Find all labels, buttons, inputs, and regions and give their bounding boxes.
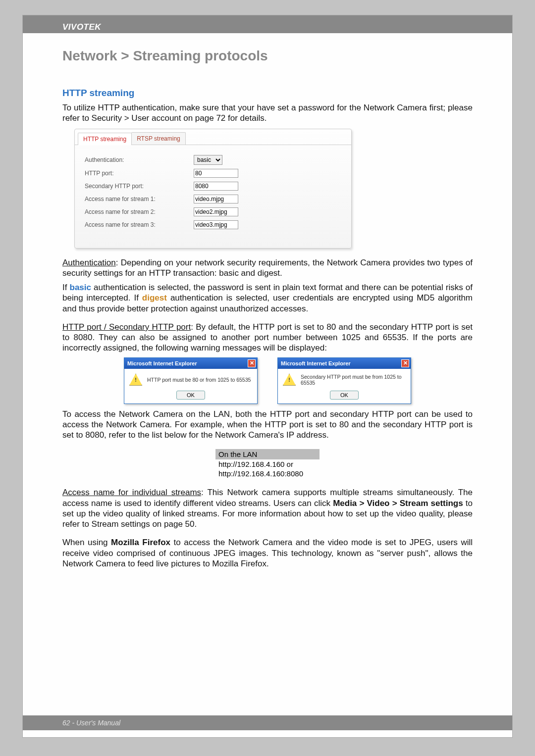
warning-icon: ! <box>129 374 142 386</box>
form-body: Authentication: basic HTTP port: Seconda… <box>75 145 351 248</box>
ports-underline: HTTP port / Secondary HTTP port <box>62 322 191 332</box>
secondary-port-input[interactable] <box>194 182 238 191</box>
dialog-row: Microsoft Internet Explorer ✕ ! HTTP por… <box>62 357 473 404</box>
dialog-http-port: Microsoft Internet Explorer ✕ ! HTTP por… <box>124 357 258 404</box>
stream3-label: Access name for stream 3: <box>85 221 194 228</box>
auth-label: Authentication: <box>85 156 194 163</box>
stream1-input[interactable] <box>194 195 238 203</box>
auth-paragraph-2: If basic authentication is selected, the… <box>62 282 473 314</box>
close-icon[interactable]: ✕ <box>401 359 409 367</box>
dialog-secondary-port: Microsoft Internet Explorer ✕ ! Secondar… <box>277 357 411 404</box>
auth-select[interactable]: basic <box>194 155 222 165</box>
page-title: Network > Streaming protocols <box>62 48 473 64</box>
ok-button[interactable]: OK <box>330 391 359 400</box>
section-heading: HTTP streaming <box>62 88 473 99</box>
brand-logo: VIVOTEK <box>23 22 101 32</box>
stream2-label: Access name for stream 2: <box>85 208 194 215</box>
dialog-titlebar: Microsoft Internet Explorer ✕ <box>278 358 411 369</box>
auth-underline: Authentication <box>62 258 116 267</box>
intro-paragraph: To utilize HTTP authentication, make sur… <box>62 102 473 124</box>
tab-http-streaming[interactable]: HTTP streaming <box>78 133 132 145</box>
stream3-input[interactable] <box>194 220 238 229</box>
settings-panel: HTTP streaming RTSP streaming Authentica… <box>74 129 352 249</box>
page-content: Network > Streaming protocols HTTP strea… <box>23 33 512 569</box>
access-underline: Access name for individual streams <box>62 488 201 497</box>
dialog-title: Microsoft Internet Explorer <box>127 360 197 366</box>
warning-icon: ! <box>283 374 296 386</box>
dialog-message: HTTP port must be 80 or from 1025 to 655… <box>147 377 252 383</box>
dialog-message: Secondary HTTP port must be from 1025 to… <box>301 374 406 386</box>
header-bar: VIVOTEK <box>23 15 512 33</box>
secondary-port-label: Secondary HTTP port: <box>85 183 194 190</box>
dialog-titlebar: Microsoft Internet Explorer ✕ <box>124 358 257 369</box>
firefox-paragraph: When using Mozilla Firefox to access the… <box>62 537 473 569</box>
access-paragraph: Access name for individual streams: This… <box>62 487 473 529</box>
basic-keyword: basic <box>70 283 91 292</box>
lan-table-row: http://192.168.4.160:8080 <box>215 469 320 478</box>
tab-strip: HTTP streaming RTSP streaming <box>75 129 351 145</box>
lan-intro-paragraph: To access the Network Camera on the LAN,… <box>62 409 473 441</box>
firefox-bold: Mozilla Firefox <box>111 538 170 547</box>
document-page: VIVOTEK Network > Streaming protocols HT… <box>22 15 513 738</box>
footer-text: 62 - User's Manual <box>62 719 120 727</box>
lan-table: On the LAN http://192.168.4.160 or http:… <box>215 449 320 478</box>
digest-keyword: digest <box>142 293 167 302</box>
stream2-input[interactable] <box>194 207 238 216</box>
media-path-bold: Media > Video > Stream settings <box>333 499 463 508</box>
tab-rtsp-streaming[interactable]: RTSP streaming <box>131 132 186 145</box>
lan-table-head: On the LAN <box>215 449 320 459</box>
lan-table-row: http://192.168.4.160 or <box>215 459 320 469</box>
stream1-label: Access name for stream 1: <box>85 196 194 202</box>
close-icon[interactable]: ✕ <box>248 359 256 367</box>
http-port-label: HTTP port: <box>85 170 194 177</box>
page-footer: 62 - User's Manual <box>23 715 512 730</box>
ports-paragraph: HTTP port / Secondary HTTP port: By defa… <box>62 322 473 353</box>
http-port-input[interactable] <box>194 169 238 178</box>
ok-button[interactable]: OK <box>176 391 205 400</box>
auth-paragraph-1: Authentication: Depending on your networ… <box>62 257 473 279</box>
dialog-title: Microsoft Internet Explorer <box>281 360 351 366</box>
